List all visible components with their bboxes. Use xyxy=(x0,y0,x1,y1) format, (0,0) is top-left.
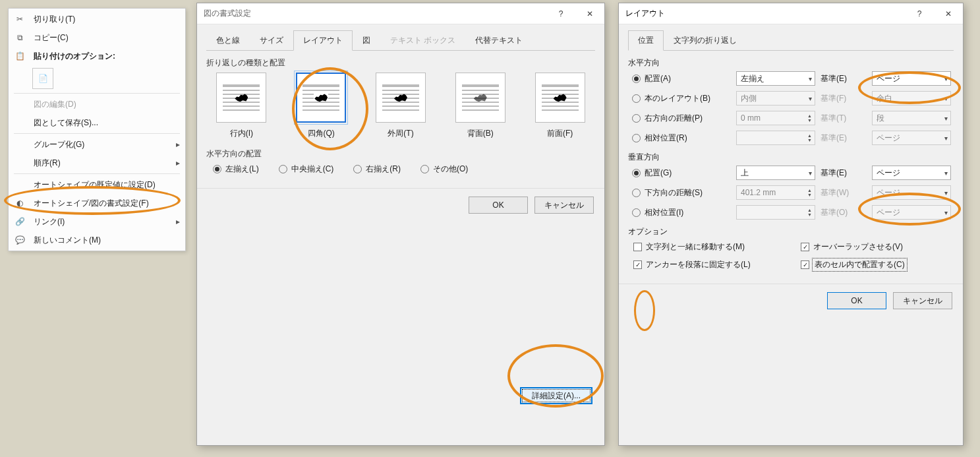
halign-center-label: 中央揃え(C) xyxy=(291,164,334,175)
vert-rel-radio-label: 相対位置(I) xyxy=(645,207,683,218)
vert-alignment-combo[interactable]: 上▾ xyxy=(736,166,815,180)
halign-other-radio[interactable]: その他(O) xyxy=(420,164,468,175)
option-lock-anchor[interactable]: アンカーを段落に固定する(L) xyxy=(633,259,781,270)
menu-save-as-picture[interactable]: 図として保存(S)... xyxy=(9,113,185,132)
paste-option-keep-source[interactable]: 📄 xyxy=(32,68,53,89)
horiz-alignment-combo-value: 左揃え xyxy=(741,73,764,84)
menu-copy[interactable]: ⧉ コピー(C) xyxy=(9,28,185,47)
wrap-front-icon xyxy=(542,84,579,111)
cancel-button[interactable]: キャンセル xyxy=(534,197,594,214)
wrap-front[interactable]: 前面(F) xyxy=(530,73,590,139)
wrap-group-label: 折り返しの種類と配置 xyxy=(206,57,595,69)
chevron-down-icon: ▾ xyxy=(944,115,948,122)
menu-edit-picture: 図の編集(D) xyxy=(9,95,185,113)
chevron-down-icon: ▾ xyxy=(944,75,948,82)
horiz-alignment-ref-combo[interactable]: ページ▾ xyxy=(872,71,951,86)
tab-alt-text[interactable]: 代替テキスト xyxy=(465,30,533,51)
chevron-down-icon: ▾ xyxy=(944,209,948,216)
horiz-book-radio[interactable]: 本のレイアウト(B) xyxy=(632,93,731,104)
close-button[interactable]: ✕ xyxy=(575,3,604,24)
separator xyxy=(14,93,180,94)
advanced-button[interactable]: 詳細設定(A)... xyxy=(520,387,592,404)
vert-abs-ref-combo: ページ▾ xyxy=(872,185,951,200)
dialog-title: レイアウト xyxy=(625,8,905,19)
halign-right-radio[interactable]: 右揃え(R) xyxy=(353,164,401,175)
horiz-alignment-combo[interactable]: 左揃え▾ xyxy=(736,71,815,86)
wrap-tight[interactable]: 外周(T) xyxy=(371,73,431,139)
option-allow-overlap[interactable]: オーバーラップさせる(V) xyxy=(801,241,948,253)
menu-cut[interactable]: ✂ 切り取り(T) xyxy=(9,10,185,28)
dialog-titlebar[interactable]: レイアウト ? ✕ xyxy=(619,3,963,24)
vert-abs-ref-value: ページ xyxy=(877,187,900,198)
vert-alignment-ref-value: ページ xyxy=(877,168,900,179)
menu-group[interactable]: グループ化(G) ▸ xyxy=(9,135,185,154)
chevron-down-icon: ▾ xyxy=(809,169,812,177)
option-move-with-text[interactable]: 文字列と一緒に移動する(M) xyxy=(633,241,781,253)
menu-cut-label: 切り取り(T) xyxy=(34,14,180,25)
menu-format-autoshape[interactable]: ◐ オートシェイプ/図の書式設定(F) xyxy=(9,194,185,212)
vert-alignment-ref-combo[interactable]: ページ▾ xyxy=(872,166,951,180)
horiz-abs-ref-value: 段 xyxy=(877,113,884,124)
horiz-alignment-ref-label: 基準(E) xyxy=(821,73,867,84)
spinner-icon: ▲▼ xyxy=(807,188,812,197)
tab-layout[interactable]: レイアウト xyxy=(293,30,353,51)
vert-abs-value: 401.2 mm▲▼ xyxy=(736,185,815,200)
ok-button[interactable]: OK xyxy=(469,197,528,214)
help-button[interactable]: ? xyxy=(546,3,575,24)
menu-order-label: 順序(R) xyxy=(34,158,171,169)
vert-alignment-radio[interactable]: 配置(G) xyxy=(632,168,731,179)
menu-set-autoshape-default[interactable]: オートシェイプの既定値に設定(D) xyxy=(9,175,185,194)
close-button[interactable]: ✕ xyxy=(934,3,963,24)
tab-text-wrap[interactable]: 文字列の折り返し xyxy=(664,30,747,51)
horiz-alignment-radio[interactable]: 配置(A) xyxy=(632,73,731,84)
comment-icon: 💬 xyxy=(11,235,28,245)
vert-rel-radio[interactable]: 相対位置(I) xyxy=(632,207,731,218)
ok-button[interactable]: OK xyxy=(827,292,886,309)
menu-link[interactable]: 🔗 リンク(I) ▸ xyxy=(9,212,185,231)
dialog-footer: OK キャンセル xyxy=(197,188,604,222)
menu-paste-heading-label: 貼り付けのオプション: xyxy=(34,51,180,62)
clipboard-icon: 📋 xyxy=(11,51,28,61)
halign-left-label: 左揃え(L) xyxy=(225,164,259,175)
menu-new-comment[interactable]: 💬 新しいコメント(M) xyxy=(9,231,185,249)
tab-position[interactable]: 位置 xyxy=(628,30,664,51)
tab-picture[interactable]: 図 xyxy=(353,30,380,51)
vert-abs-radio[interactable]: 下方向の距離(S) xyxy=(632,187,731,198)
option-move-with-text-label: 文字列と一緒に移動する(M) xyxy=(646,241,745,253)
dialog-titlebar[interactable]: 図の書式設定 ? ✕ xyxy=(197,3,604,24)
horiz-rel-radio[interactable]: 相対位置(R) xyxy=(632,133,731,144)
cancel-button[interactable]: キャンセル xyxy=(893,292,952,309)
vert-rel-ref-value: ページ xyxy=(877,207,900,218)
option-allow-overlap-label: オーバーラップさせる(V) xyxy=(813,241,903,253)
submenu-arrow-icon: ▸ xyxy=(176,158,180,168)
wrap-square-label: 四角(Q) xyxy=(291,128,351,139)
halign-center-radio[interactable]: 中央揃え(C) xyxy=(279,164,334,175)
wrap-behind-label: 背面(B) xyxy=(450,128,510,139)
horiz-rel-ref-value: ページ xyxy=(877,133,900,144)
option-layout-in-cell[interactable]: 表のセル内で配置する(C) xyxy=(801,259,948,270)
horiz-abs-radio[interactable]: 右方向の距離(P) xyxy=(632,113,731,124)
copy-icon: ⧉ xyxy=(11,33,28,42)
wrap-square[interactable]: 四角(Q) xyxy=(291,73,351,139)
menu-paste-heading: 📋 貼り付けのオプション: xyxy=(9,47,185,65)
wrap-behind[interactable]: 背面(B) xyxy=(450,73,510,139)
horiz-abs-ref-combo: 段▾ xyxy=(872,111,951,125)
tab-size[interactable]: サイズ xyxy=(250,30,293,51)
tab-colors-lines[interactable]: 色と線 xyxy=(206,30,250,51)
dialog-title: 図の書式設定 xyxy=(204,8,546,19)
vert-alignment-ref-label: 基準(E) xyxy=(821,168,867,179)
vert-abs-ref-label: 基準(W) xyxy=(821,187,867,198)
vert-abs-value-text: 401.2 mm xyxy=(741,188,776,197)
spinner-icon: ▲▼ xyxy=(807,208,812,217)
menu-save-as-picture-label: 図として保存(S)... xyxy=(34,117,180,129)
menu-edit-picture-label: 図の編集(D) xyxy=(34,99,180,110)
wrap-inline[interactable]: 行内(I) xyxy=(212,73,272,139)
menu-new-comment-label: 新しいコメント(M) xyxy=(34,235,180,246)
options-section-label: オプション xyxy=(628,226,954,237)
menu-order[interactable]: 順序(R) ▸ xyxy=(9,154,185,172)
horiz-alignment-ref-value: ページ xyxy=(877,73,900,84)
wrap-behind-icon xyxy=(462,84,499,111)
option-layout-in-cell-label: 表のセル内で配置する(C) xyxy=(813,259,906,270)
halign-left-radio[interactable]: 左揃え(L) xyxy=(213,164,259,175)
help-button[interactable]: ? xyxy=(905,3,934,24)
